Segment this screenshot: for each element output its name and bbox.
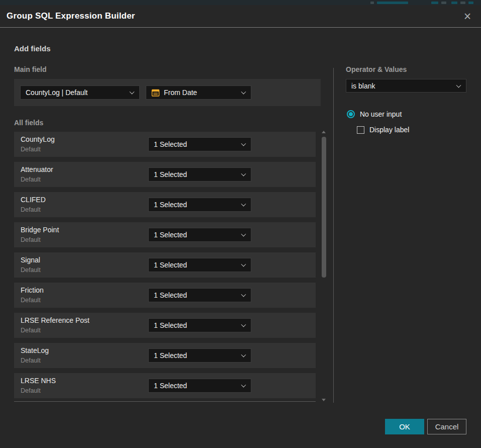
field-name: LRSE Reference Post (21, 316, 89, 324)
field-subtitle: Default (21, 297, 44, 304)
list-scrollbar (321, 131, 327, 401)
field-selected-value: 1 Selected (154, 140, 187, 148)
operator-dropdown-value: is blank (351, 82, 375, 90)
field-row-text: FrictionDefault (14, 287, 44, 304)
background-app-strip (0, 0, 481, 5)
chevron-down-icon (241, 202, 246, 207)
all-fields-list: CountyLogDefault1 SelectedAttenuatorDefa… (14, 132, 316, 398)
main-field-dropdown-value: From Date (164, 88, 197, 97)
background-toolbar-fragment (460, 2, 465, 4)
field-name: Attenuator (21, 165, 53, 173)
background-toolbar-fragment (451, 2, 457, 4)
main-layer-dropdown-value: CountyLog | Default (26, 88, 88, 97)
background-toolbar-fragment (441, 2, 446, 4)
chevron-down-icon (241, 141, 246, 146)
field-subtitle: Default (21, 266, 41, 274)
main-field-label: Main field (14, 65, 47, 73)
field-row-text: Bridge PointDefault (14, 227, 59, 243)
field-selected-value: 1 Selected (154, 231, 187, 239)
chevron-down-icon (241, 322, 246, 327)
dialog-title: Group SQL Expression Builder (0, 11, 135, 21)
field-subtitle: Default (21, 206, 46, 213)
field-row: LRSE NHSDefault1 Selected (14, 373, 316, 398)
radio-selected-icon (347, 110, 355, 118)
chevron-down-icon (241, 383, 246, 388)
calendar-icon (151, 88, 160, 97)
field-row: StateLogDefault1 Selected (14, 343, 316, 368)
field-selected-dropdown[interactable]: 1 Selected (148, 318, 251, 332)
field-row: FrictionDefault1 Selected (14, 283, 316, 308)
chevron-down-icon (241, 171, 246, 176)
field-row: CountyLogDefault1 Selected (14, 132, 316, 157)
field-selected-dropdown[interactable]: 1 Selected (148, 379, 251, 393)
field-name: LRSE NHS (21, 377, 56, 385)
field-row-text: LRSE NHSDefault (14, 378, 56, 394)
field-selected-dropdown[interactable]: 1 Selected (148, 258, 251, 272)
field-row: SignalDefault1 Selected (14, 252, 316, 278)
checkbox-unchecked-icon (357, 126, 364, 134)
panel-divider (333, 68, 334, 403)
field-name: CLIFED (21, 196, 46, 204)
field-name: Signal (21, 256, 41, 264)
group-sql-expression-builder-dialog: Group SQL Expression Builder × Add field… (0, 5, 481, 448)
no-user-input-radio[interactable]: No user input (347, 110, 402, 118)
field-subtitle: Default (21, 236, 59, 243)
dialog-header: Group SQL Expression Builder × (0, 5, 481, 28)
main-field-panel: CountyLog | Default From Date (14, 79, 321, 106)
field-selected-dropdown[interactable]: 1 Selected (148, 348, 251, 363)
field-row-text: SignalDefault (14, 257, 41, 274)
ok-button[interactable]: OK (385, 419, 424, 434)
field-selected-value: 1 Selected (154, 382, 187, 390)
chevron-down-icon (456, 82, 461, 87)
background-toolbar-fragment (431, 2, 438, 4)
field-subtitle: Default (21, 357, 49, 364)
chevron-down-icon (241, 292, 246, 297)
field-row-text: CLIFEDDefault (14, 197, 46, 213)
chevron-down-icon (241, 232, 246, 237)
main-field-dropdown[interactable]: From Date (146, 85, 251, 100)
field-name: CountyLog (21, 135, 55, 143)
chevron-down-icon (241, 262, 246, 267)
add-fields-heading: Add fields (14, 44, 51, 53)
field-row-text: AttenuatorDefault (14, 166, 53, 183)
field-name: Friction (21, 286, 44, 294)
scrollbar-thumb[interactable] (322, 137, 326, 278)
field-name: StateLog (21, 346, 49, 354)
field-subtitle: Default (21, 327, 89, 334)
main-layer-dropdown[interactable]: CountyLog | Default (20, 85, 140, 100)
list-bottom-border (14, 401, 316, 402)
field-selected-dropdown[interactable]: 1 Selected (148, 198, 251, 212)
all-fields-label: All fields (14, 119, 43, 127)
field-row-text: CountyLogDefault (14, 136, 55, 153)
field-row: CLIFEDDefault1 Selected (14, 192, 316, 217)
background-toolbar-fragment (468, 2, 473, 4)
scroll-up-arrow-icon[interactable] (322, 131, 326, 133)
operator-dropdown[interactable]: is blank (346, 79, 466, 93)
field-subtitle: Default (21, 146, 55, 153)
field-subtitle: Default (21, 387, 56, 394)
chevron-down-icon (241, 352, 246, 357)
scroll-down-arrow-icon[interactable] (322, 399, 326, 401)
close-icon[interactable]: × (460, 9, 475, 24)
display-label-checkbox[interactable]: Display label (357, 126, 409, 134)
field-selected-dropdown[interactable]: 1 Selected (148, 288, 251, 302)
field-selected-value: 1 Selected (154, 291, 187, 299)
background-toolbar-fragment (377, 2, 408, 4)
field-row-text: StateLogDefault (14, 347, 49, 364)
field-row-text: LRSE Reference PostDefault (14, 317, 89, 334)
cancel-button[interactable]: Cancel (427, 419, 466, 434)
display-label-text: Display label (369, 126, 409, 134)
field-selected-dropdown[interactable]: 1 Selected (148, 137, 251, 151)
field-selected-dropdown[interactable]: 1 Selected (148, 228, 251, 242)
chevron-down-icon (241, 89, 246, 95)
field-row: Bridge PointDefault1 Selected (14, 222, 316, 247)
field-selected-dropdown[interactable]: 1 Selected (148, 167, 251, 182)
operator-values-label: Operator & Values (346, 65, 407, 73)
chevron-down-icon (130, 89, 135, 95)
field-row: LRSE Reference PostDefault1 Selected (14, 313, 316, 338)
background-toolbar-fragment (370, 2, 374, 4)
field-selected-value: 1 Selected (154, 261, 187, 269)
field-row: AttenuatorDefault1 Selected (14, 162, 316, 187)
field-name: Bridge Point (21, 226, 59, 234)
field-selected-value: 1 Selected (154, 170, 187, 178)
